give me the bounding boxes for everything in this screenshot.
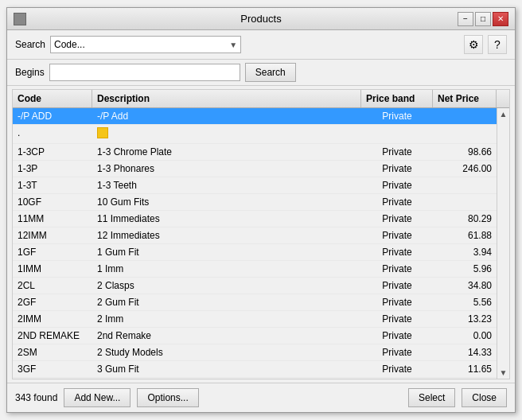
table-row[interactable]: 2SM2 Study ModelsPrivate14.33: [13, 344, 497, 361]
cell-code: 1GF: [13, 244, 92, 260]
cell-net-price: 246.00: [433, 161, 497, 177]
cell-price-band: Private: [361, 177, 433, 193]
cell-code: 2ND REMAKE: [13, 328, 92, 344]
cell-price-band: Private: [361, 278, 433, 294]
cell-price-band: [361, 125, 433, 143]
toolbar: Search Code... ▼ ⚙ ?: [7, 30, 515, 60]
table-inner: -/P ADD-/P AddPrivate.1-3CP1-3 Chrome Pl…: [13, 108, 497, 379]
scrollbar[interactable]: ▲ ▼: [497, 108, 509, 379]
table-row[interactable]: 10GF10 Gum FitsPrivate: [13, 194, 497, 211]
table-body: -/P ADD-/P AddPrivate.1-3CP1-3 Chrome Pl…: [13, 108, 497, 379]
close-window-button[interactable]: ✕: [493, 12, 508, 26]
cell-description: 12 Immediates: [92, 228, 361, 243]
search-button[interactable]: Search: [245, 63, 296, 82]
table-row[interactable]: 1IMM1 ImmPrivate5.96: [13, 261, 497, 278]
cell-code: 12IMM: [13, 228, 92, 243]
scroll-down-icon[interactable]: ▼: [500, 368, 508, 377]
table-row[interactable]: 1GF1 Gum FitPrivate3.94: [13, 244, 497, 261]
cell-description: 1-3 Teeth: [92, 177, 361, 193]
cell-price-band: Private: [361, 244, 433, 260]
title-bar-controls: − □ ✕: [458, 12, 508, 26]
close-button[interactable]: Close: [462, 388, 507, 407]
table-row[interactable]: 2CL2 ClaspsPrivate34.80: [13, 278, 497, 294]
table-row[interactable]: 1-3P1-3 PhonaresPrivate246.00: [13, 161, 497, 177]
table-row[interactable]: -/P ADD-/P AddPrivate: [13, 108, 497, 125]
cell-code: 3GF: [13, 361, 92, 377]
table-row[interactable]: .: [13, 125, 497, 144]
toolbar-right: ⚙ ?: [464, 35, 507, 54]
cell-net-price: 13.23: [433, 311, 497, 327]
title-bar-left: [14, 13, 26, 25]
cell-description: 11 Immediates: [92, 211, 361, 227]
search-combo[interactable]: Code... ▼: [50, 36, 241, 53]
found-count: 343 found: [15, 392, 57, 403]
table-row[interactable]: 2ND REMAKE2nd RemakePrivate0.00: [13, 328, 497, 344]
cell-description: [92, 125, 361, 143]
title-bar: Products − □ ✕: [7, 8, 515, 30]
minimize-button[interactable]: −: [458, 12, 473, 26]
cell-description: 3 Imm: [92, 378, 361, 379]
cell-description: 1 Imm: [92, 261, 361, 277]
col-header-code: Code: [13, 90, 92, 107]
cell-price-band: Private: [361, 344, 433, 360]
table-row[interactable]: 12IMM12 ImmediatesPrivate61.88: [13, 228, 497, 244]
cell-net-price: 19.42: [433, 378, 497, 379]
search-label: Search: [15, 39, 45, 50]
table-row[interactable]: 2IMM2 ImmPrivate13.23: [13, 311, 497, 328]
table-row[interactable]: 3IMM3 ImmPrivate19.42: [13, 378, 497, 379]
cell-net-price: 80.29: [433, 211, 497, 227]
cell-code: .: [13, 125, 92, 143]
products-table-container: Code Description Price band Net Price -/…: [12, 89, 510, 379]
window-title: Products: [240, 13, 281, 25]
cell-code: 1-3T: [13, 177, 92, 193]
cell-price-band: Private: [361, 361, 433, 377]
cell-description: 2 Study Models: [92, 344, 361, 360]
cell-description: 2 Gum Fit: [92, 294, 361, 310]
add-new-button[interactable]: Add New...: [64, 388, 130, 407]
cell-code: -/P ADD: [13, 108, 92, 124]
cell-net-price: 98.66: [433, 144, 497, 160]
scroll-up-icon[interactable]: ▲: [500, 110, 508, 119]
col-header-scroll-stub: [497, 90, 509, 107]
cell-price-band: Private: [361, 294, 433, 310]
table-row[interactable]: 1-3CP1-3 Chrome PlatePrivate98.66: [13, 144, 497, 161]
table-row[interactable]: 2GF2 Gum FitPrivate5.56: [13, 294, 497, 311]
cell-net-price: 14.33: [433, 344, 497, 360]
cell-code: 11MM: [13, 211, 92, 227]
cell-net-price: 61.88: [433, 228, 497, 243]
search-input[interactable]: [49, 64, 240, 81]
select-button[interactable]: Select: [408, 388, 455, 407]
status-bar: 343 found Add New... Options... Select C…: [7, 383, 515, 412]
cell-net-price: 3.94: [433, 244, 497, 260]
settings-icon[interactable]: ⚙: [464, 35, 483, 54]
cell-price-band: Private: [361, 378, 433, 379]
col-header-description: Description: [92, 90, 361, 107]
cell-code: 1-3P: [13, 161, 92, 177]
cell-price-band: Private: [361, 228, 433, 243]
cell-price-band: Private: [361, 328, 433, 344]
window-icon: [14, 13, 26, 25]
cell-description: 2 Imm: [92, 311, 361, 327]
cell-net-price: [433, 108, 497, 124]
restore-button[interactable]: □: [475, 12, 491, 26]
help-icon[interactable]: ?: [488, 35, 507, 54]
cell-price-band: Private: [361, 161, 433, 177]
table-row[interactable]: 1-3T1-3 TeethPrivate: [13, 177, 497, 194]
cell-code: 2IMM: [13, 311, 92, 327]
cell-description: 2 Clasps: [92, 278, 361, 294]
table-row[interactable]: 11MM11 ImmediatesPrivate80.29: [13, 211, 497, 228]
combo-arrow-icon: ▼: [229, 41, 237, 49]
options-button[interactable]: Options...: [137, 388, 198, 407]
note-icon: [97, 127, 108, 138]
cell-description: 1 Gum Fit: [92, 244, 361, 260]
search-row: Begins Search: [7, 60, 515, 86]
table-row[interactable]: 3GF3 Gum FitPrivate11.65: [13, 361, 497, 378]
cell-code: 3IMM: [13, 378, 92, 379]
cell-code: 2CL: [13, 278, 92, 294]
col-header-price-band: Price band: [361, 90, 433, 107]
cell-code: 2SM: [13, 344, 92, 360]
toolbar-left: Search Code... ▼: [15, 36, 241, 53]
cell-code: 1-3CP: [13, 144, 92, 160]
cell-description: 1-3 Chrome Plate: [92, 144, 361, 160]
cell-price-band: Private: [361, 144, 433, 160]
